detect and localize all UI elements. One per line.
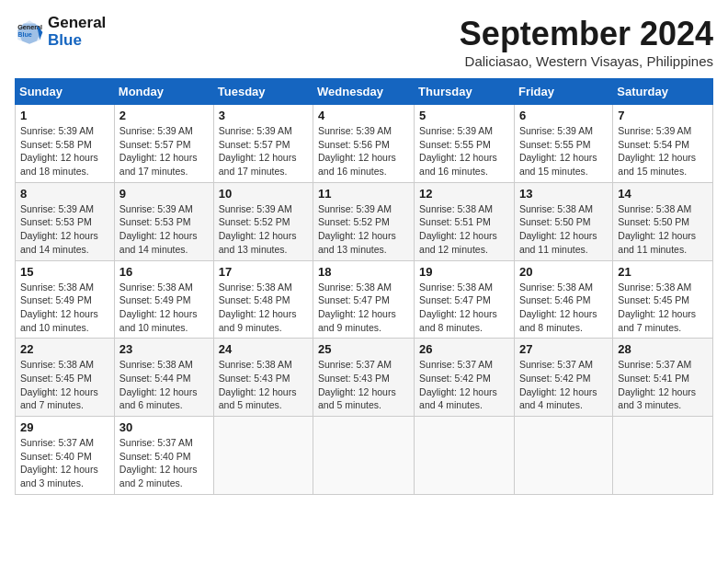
calendar-cell: 8Sunrise: 5:39 AMSunset: 5:53 PMDaylight… [16,182,115,260]
calendar-week-row: 29Sunrise: 5:37 AMSunset: 5:40 PMDayligh… [16,417,713,495]
day-number: 21 [618,265,708,279]
day-number: 10 [219,187,308,201]
col-thursday: Thursday [415,79,515,105]
day-number: 27 [519,342,608,356]
day-number: 1 [20,109,109,122]
day-info: Sunrise: 5:39 AMSunset: 5:56 PMDaylight:… [318,124,409,178]
day-number: 20 [519,265,608,279]
col-saturday: Saturday [613,79,713,105]
day-number: 30 [119,420,209,434]
day-number: 3 [219,109,308,122]
day-info: Sunrise: 5:38 AMSunset: 5:45 PMDaylight:… [20,358,109,412]
calendar-week-row: 15Sunrise: 5:38 AMSunset: 5:49 PMDayligh… [16,260,713,339]
day-info: Sunrise: 5:38 AMSunset: 5:43 PMDaylight:… [219,358,308,412]
calendar-cell: 26Sunrise: 5:37 AMSunset: 5:42 PMDayligh… [415,339,515,417]
day-info: Sunrise: 5:38 AMSunset: 5:50 PMDaylight:… [519,202,608,257]
col-tuesday: Tuesday [213,79,313,105]
svg-text:Blue: Blue [17,29,32,38]
day-number: 25 [318,342,409,356]
day-info: Sunrise: 5:38 AMSunset: 5:47 PMDaylight:… [318,281,409,335]
day-number: 12 [419,187,509,201]
day-number: 4 [318,109,409,122]
day-number: 5 [419,109,509,122]
day-info: Sunrise: 5:39 AMSunset: 5:52 PMDaylight:… [318,202,409,257]
day-info: Sunrise: 5:39 AMSunset: 5:54 PMDaylight:… [618,124,708,178]
day-info: Sunrise: 5:38 AMSunset: 5:47 PMDaylight:… [419,281,509,335]
calendar-cell: 11Sunrise: 5:39 AMSunset: 5:52 PMDayligh… [313,182,415,260]
day-number: 2 [119,109,209,122]
month-title: September 2024 [460,15,713,53]
day-number: 19 [419,265,509,279]
day-info: Sunrise: 5:39 AMSunset: 5:55 PMDaylight:… [419,124,509,178]
day-info: Sunrise: 5:39 AMSunset: 5:57 PMDaylight:… [219,124,308,178]
day-info: Sunrise: 5:38 AMSunset: 5:49 PMDaylight:… [20,281,109,335]
day-number: 15 [20,265,109,279]
calendar-cell: 13Sunrise: 5:38 AMSunset: 5:50 PMDayligh… [514,182,612,260]
day-info: Sunrise: 5:39 AMSunset: 5:53 PMDaylight:… [20,202,109,257]
title-area: September 2024 Daliciasao, Western Visay… [460,15,713,69]
calendar-table: Sunday Monday Tuesday Wednesday Thursday… [15,78,713,495]
calendar-cell: 9Sunrise: 5:39 AMSunset: 5:53 PMDaylight… [114,182,213,260]
calendar-week-row: 22Sunrise: 5:38 AMSunset: 5:45 PMDayligh… [16,339,713,417]
calendar-cell: 4Sunrise: 5:39 AMSunset: 5:56 PMDaylight… [313,105,415,183]
calendar-cell: 27Sunrise: 5:37 AMSunset: 5:42 PMDayligh… [514,339,612,417]
calendar-cell [213,417,313,495]
calendar-cell: 10Sunrise: 5:39 AMSunset: 5:52 PMDayligh… [213,182,313,260]
day-number: 17 [219,265,308,279]
page-header: General Blue General Blue September 2024… [15,15,713,69]
calendar-cell: 17Sunrise: 5:38 AMSunset: 5:48 PMDayligh… [213,260,313,339]
calendar-cell: 25Sunrise: 5:37 AMSunset: 5:43 PMDayligh… [313,339,415,417]
day-info: Sunrise: 5:39 AMSunset: 5:58 PMDaylight:… [20,124,109,178]
logo: General Blue General Blue [15,15,106,49]
day-info: Sunrise: 5:38 AMSunset: 5:44 PMDaylight:… [119,358,209,412]
calendar-cell: 15Sunrise: 5:38 AMSunset: 5:49 PMDayligh… [16,260,115,339]
day-number: 16 [119,265,209,279]
day-info: Sunrise: 5:39 AMSunset: 5:52 PMDaylight:… [219,202,308,257]
calendar-cell: 20Sunrise: 5:38 AMSunset: 5:46 PMDayligh… [514,260,612,339]
calendar-week-row: 8Sunrise: 5:39 AMSunset: 5:53 PMDaylight… [16,182,713,260]
col-wednesday: Wednesday [313,79,415,105]
calendar-cell: 6Sunrise: 5:39 AMSunset: 5:55 PMDaylight… [514,105,612,183]
day-number: 29 [20,420,109,434]
day-info: Sunrise: 5:39 AMSunset: 5:57 PMDaylight:… [119,124,209,178]
calendar-cell: 30Sunrise: 5:37 AMSunset: 5:40 PMDayligh… [114,417,213,495]
day-info: Sunrise: 5:37 AMSunset: 5:41 PMDaylight:… [618,358,708,412]
day-info: Sunrise: 5:37 AMSunset: 5:40 PMDaylight:… [119,436,209,490]
calendar-cell: 29Sunrise: 5:37 AMSunset: 5:40 PMDayligh… [16,417,115,495]
calendar-cell: 22Sunrise: 5:38 AMSunset: 5:45 PMDayligh… [16,339,115,417]
day-number: 18 [318,265,409,279]
logo-blue: Blue [48,32,106,50]
day-info: Sunrise: 5:39 AMSunset: 5:55 PMDaylight:… [519,124,608,178]
day-info: Sunrise: 5:38 AMSunset: 5:51 PMDaylight:… [419,202,509,257]
day-info: Sunrise: 5:38 AMSunset: 5:49 PMDaylight:… [119,281,209,335]
logo-icon: General Blue [15,17,44,47]
day-info: Sunrise: 5:38 AMSunset: 5:50 PMDaylight:… [618,202,708,257]
calendar-cell [613,417,713,495]
calendar-cell [415,417,515,495]
calendar-cell: 28Sunrise: 5:37 AMSunset: 5:41 PMDayligh… [613,339,713,417]
day-info: Sunrise: 5:39 AMSunset: 5:53 PMDaylight:… [119,202,209,257]
calendar-cell: 19Sunrise: 5:38 AMSunset: 5:47 PMDayligh… [415,260,515,339]
calendar-cell: 24Sunrise: 5:38 AMSunset: 5:43 PMDayligh… [213,339,313,417]
day-info: Sunrise: 5:37 AMSunset: 5:42 PMDaylight:… [519,358,608,412]
calendar-cell: 7Sunrise: 5:39 AMSunset: 5:54 PMDaylight… [613,105,713,183]
calendar-cell: 3Sunrise: 5:39 AMSunset: 5:57 PMDaylight… [213,105,313,183]
calendar-cell: 18Sunrise: 5:38 AMSunset: 5:47 PMDayligh… [313,260,415,339]
calendar-cell: 16Sunrise: 5:38 AMSunset: 5:49 PMDayligh… [114,260,213,339]
calendar-week-row: 1Sunrise: 5:39 AMSunset: 5:58 PMDaylight… [16,105,713,183]
day-number: 7 [618,109,708,122]
day-number: 9 [119,187,209,201]
calendar-cell: 14Sunrise: 5:38 AMSunset: 5:50 PMDayligh… [613,182,713,260]
day-number: 22 [20,342,109,356]
day-number: 14 [618,187,708,201]
calendar-cell: 23Sunrise: 5:38 AMSunset: 5:44 PMDayligh… [114,339,213,417]
day-number: 23 [119,342,209,356]
calendar-cell [313,417,415,495]
col-friday: Friday [514,79,612,105]
calendar-cell: 1Sunrise: 5:39 AMSunset: 5:58 PMDaylight… [16,105,115,183]
day-number: 24 [219,342,308,356]
calendar-cell: 12Sunrise: 5:38 AMSunset: 5:51 PMDayligh… [415,182,515,260]
calendar-cell: 21Sunrise: 5:38 AMSunset: 5:45 PMDayligh… [613,260,713,339]
day-info: Sunrise: 5:38 AMSunset: 5:48 PMDaylight:… [219,281,308,335]
day-number: 11 [318,187,409,201]
